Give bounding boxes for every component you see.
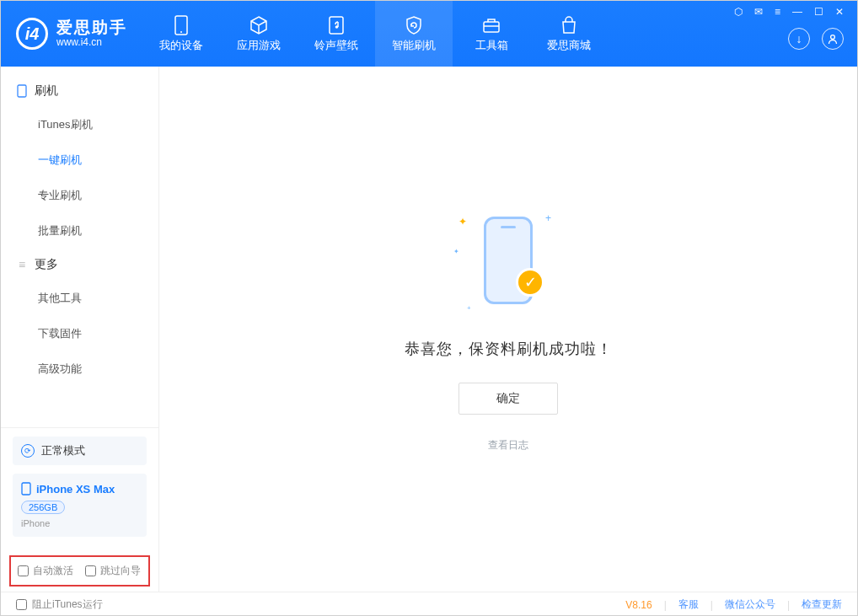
bag-icon [559,15,579,35]
feedback-icon[interactable]: ✉ [754,6,763,18]
group-title: 刷机 [35,83,58,99]
nav-label: 工具箱 [475,38,508,53]
app-header: i4 爱思助手 www.i4.cn 我的设备 应用游戏 铃声壁纸 智能刷机 工具… [1,1,857,67]
success-illustration: ✦ ✦ + + ✓ [453,206,563,315]
footer-link-support[interactable]: 客服 [678,597,699,612]
status-bar: 阻止iTunes运行 V8.16 | 客服 | 微信公众号 | 检查更新 [1,592,857,616]
nav-label: 我的设备 [159,38,203,53]
checkbox-block-itunes[interactable]: 阻止iTunes运行 [16,597,103,612]
device-name: iPhone XS Max [36,483,115,495]
svg-rect-2 [330,17,343,34]
device-type: iPhone [21,518,138,528]
nav-my-device[interactable]: 我的设备 [142,1,220,67]
music-file-icon [326,15,346,35]
footer-link-wechat[interactable]: 微信公众号 [725,597,775,612]
sidebar: 刷机 iTunes刷机 一键刷机 专业刷机 批量刷机 ≡ 更多 其他工具 下载固… [1,67,159,592]
shirt-icon[interactable]: ⬡ [734,6,743,18]
shield-refresh-icon [404,15,424,35]
sidebar-group-flash: 刷机 [1,75,158,107]
footer-link-update[interactable]: 检查更新 [802,597,842,612]
device-icon [171,15,191,35]
mode-icon: ⟳ [21,444,35,458]
sidebar-item-pro-flash[interactable]: 专业刷机 [1,178,158,213]
nav-label: 爱思商城 [547,38,591,53]
sidebar-item-itunes-flash[interactable]: iTunes刷机 [1,107,158,142]
sparkle-icon: ✦ [453,248,459,255]
maximize-button[interactable]: ☐ [814,6,823,18]
main-nav: 我的设备 应用游戏 铃声壁纸 智能刷机 工具箱 爱思商城 [142,1,608,67]
nav-label: 应用游戏 [237,38,281,53]
svg-point-1 [180,31,182,33]
sidebar-group-more: ≡ 更多 [1,249,158,281]
cube-icon [249,15,269,35]
app-name: 爱思助手 [56,19,127,37]
nav-ringtone-wallpaper[interactable]: 铃声壁纸 [298,1,375,67]
nav-label: 铃声壁纸 [314,38,358,53]
account-icon[interactable] [822,28,844,50]
device-card[interactable]: iPhone XS Max 256GB iPhone [13,474,147,537]
sidebar-item-batch-flash[interactable]: 批量刷机 [1,213,158,249]
download-icon[interactable]: ↓ [788,28,810,50]
sidebar-item-download-firmware[interactable]: 下载固件 [1,316,158,351]
logo: i4 爱思助手 www.i4.cn [1,18,142,50]
svg-rect-4 [484,22,499,32]
nav-store[interactable]: 爱思商城 [530,1,608,67]
mode-label: 正常模式 [41,443,85,458]
minimize-button[interactable]: — [792,6,802,18]
success-message: 恭喜您，保资料刷机成功啦！ [405,339,613,359]
svg-point-3 [335,25,339,29]
sparkle-icon: + [467,304,471,312]
version-label: V8.16 [625,599,652,611]
main-content: ✦ ✦ + + ✓ 恭喜您，保资料刷机成功啦！ 确定 查看日志 [159,67,857,592]
device-panel: ⟳ 正常模式 iPhone XS Max 256GB iPhone [1,427,158,545]
sidebar-item-onekey-flash[interactable]: 一键刷机 [1,142,158,178]
group-title: 更多 [35,257,58,272]
svg-rect-7 [22,483,30,495]
phone-icon [16,85,28,97]
svg-rect-6 [18,85,26,97]
close-button[interactable]: ✕ [835,6,844,18]
checkbox-auto-activate[interactable]: 自动激活 [18,564,73,578]
nav-label: 智能刷机 [392,38,436,53]
flash-options-highlight: 自动激活 跳过向导 [9,555,150,587]
toolbox-icon [481,15,501,35]
ok-button[interactable]: 确定 [458,383,558,415]
logo-icon: i4 [16,18,48,50]
window-controls: ⬡ ✉ ≡ — ☐ ✕ [731,1,847,23]
mode-indicator[interactable]: ⟳ 正常模式 [13,437,147,465]
nav-apps-games[interactable]: 应用游戏 [220,1,298,67]
device-capacity: 256GB [21,501,65,514]
svg-point-5 [831,35,835,40]
checkbox-skip-guide[interactable]: 跳过向导 [85,564,141,578]
app-url: www.i4.cn [56,37,127,48]
sidebar-item-advanced[interactable]: 高级功能 [1,351,158,387]
device-phone-icon [21,482,31,495]
sidebar-item-other-tools[interactable]: 其他工具 [1,281,158,316]
menu-icon[interactable]: ≡ [775,6,780,18]
sparkle-icon: + [545,212,551,224]
view-log-link[interactable]: 查看日志 [488,438,528,453]
nav-smart-flash[interactable]: 智能刷机 [375,1,453,67]
sparkle-icon: ✦ [458,216,467,228]
list-icon: ≡ [16,259,28,271]
checkmark-icon: ✓ [516,268,544,297]
nav-toolbox[interactable]: 工具箱 [453,1,530,67]
